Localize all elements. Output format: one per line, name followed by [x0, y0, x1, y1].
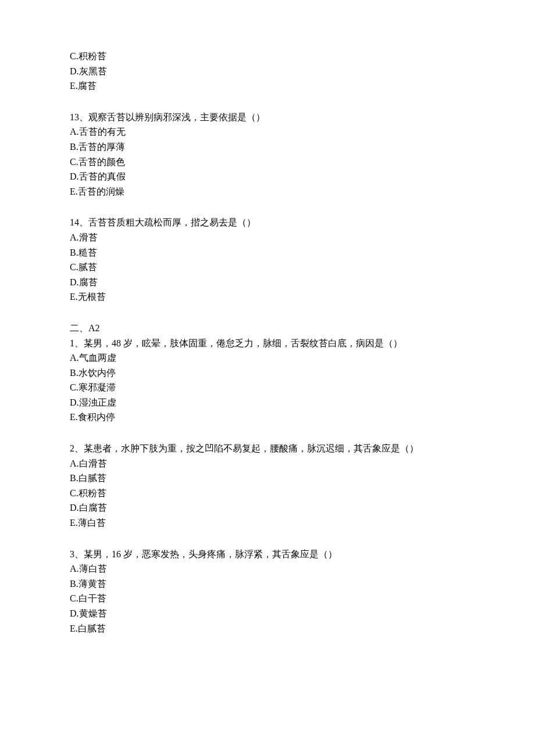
s2-q3-option-c: C.白干苔 [70, 591, 465, 606]
s2-question-1: 1、某男，48 岁，眩晕，肢体固重，倦怠乏力，脉细，舌裂纹苔白底，病因是（） [70, 336, 465, 351]
q14-option-a: A.滑苔 [70, 230, 465, 245]
document-page: C.积粉苔 D.灰黑苔 E.腐苔 13、观察舌苔以辨别病邪深浅，主要依据是（） … [0, 0, 535, 685]
s2-q3-option-d: D.黄燥苔 [70, 606, 465, 621]
s2-q2-option-b: B.白腻苔 [70, 471, 465, 486]
s2-q2-option-c: C.积粉苔 [70, 486, 465, 501]
question-14: 14、舌苔苔质粗大疏松而厚，揩之易去是（） [70, 215, 465, 230]
q14-option-b: B.糙苔 [70, 245, 465, 260]
q14-option-e: E.无根苔 [70, 289, 465, 304]
q13-option-c: C.舌苔的颜色 [70, 155, 465, 170]
spacer [70, 94, 465, 110]
q13-option-e: E.舌苔的润燥 [70, 184, 465, 199]
s2-question-2: 2、某患者，水肿下肢为重，按之凹陷不易复起，腰酸痛，脉沉迟细，其舌象应是（） [70, 441, 465, 456]
s2-q1-option-e: E.食积内停 [70, 410, 465, 425]
s2-q1-option-b: B.水饮内停 [70, 366, 465, 381]
option-d: D.灰黑苔 [70, 64, 465, 79]
q13-option-a: A.舌苔的有无 [70, 124, 465, 139]
section-2-title: 二、A2 [70, 321, 465, 336]
s2-q1-option-c: C.寒邪凝滞 [70, 380, 465, 395]
q13-option-b: B.舌苔的厚薄 [70, 139, 465, 155]
spacer [70, 199, 465, 215]
q14-option-d: D.腐苔 [70, 275, 465, 290]
s2-q1-option-d: D.湿浊正虚 [70, 395, 465, 410]
s2-q2-option-d: D.白腐苔 [70, 500, 465, 515]
spacer [70, 531, 465, 547]
s2-q1-option-a: A.气血两虚 [70, 350, 465, 366]
s2-q3-option-e: E.白腻苔 [70, 621, 465, 636]
q13-option-d: D.舌苔的真假 [70, 169, 465, 184]
s2-q3-option-a: A.薄白苔 [70, 561, 465, 576]
spacer [70, 304, 465, 321]
s2-question-3: 3、某男，16 岁，恶寒发热，头身疼痛，脉浮紧，其舌象应是（） [70, 547, 465, 562]
option-e: E.腐苔 [70, 78, 465, 94]
s2-q2-option-e: E.薄白苔 [70, 515, 465, 531]
q14-option-c: C.腻苔 [70, 260, 465, 275]
spacer [70, 425, 465, 441]
question-13: 13、观察舌苔以辨别病邪深浅，主要依据是（） [70, 110, 465, 125]
s2-q3-option-b: B.薄黄苔 [70, 576, 465, 592]
option-c: C.积粉苔 [70, 49, 465, 64]
s2-q2-option-a: A.白滑苔 [70, 456, 465, 471]
